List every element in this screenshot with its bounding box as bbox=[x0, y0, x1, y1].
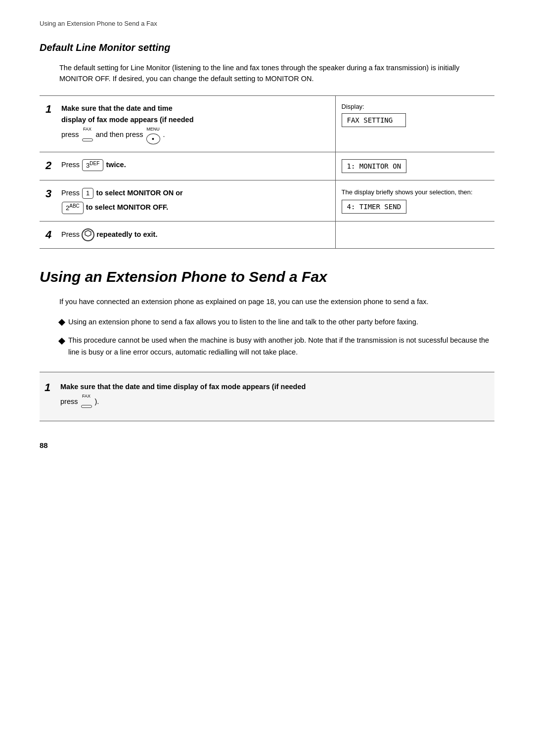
key-2-sub: ABC bbox=[69, 203, 80, 209]
step3-content: Press 1 to select MONITOR ON or 2ABC to … bbox=[61, 187, 329, 214]
menu-key-wrap: MENU • bbox=[146, 126, 160, 145]
table-row: 1 Make sure that the date and time displ… bbox=[40, 95, 494, 152]
step1-press-label: press bbox=[61, 131, 79, 138]
step1-line1: Make sure that the date and time bbox=[61, 104, 173, 112]
page-number: 88 bbox=[40, 441, 494, 449]
key-1-button: 1 bbox=[82, 188, 93, 199]
step3-press1: Press bbox=[61, 189, 80, 197]
fax-key-wrap: FAX bbox=[82, 126, 93, 145]
fax-key-button bbox=[82, 138, 93, 141]
step2-content: Press 3DEF twice. bbox=[61, 159, 329, 172]
step-number-3: 3 bbox=[45, 187, 51, 200]
bottom-suffix: ). bbox=[95, 398, 99, 405]
step-number-1: 1 bbox=[45, 103, 51, 116]
table-row: 1 Make sure that the date and time displ… bbox=[40, 372, 494, 421]
bottom-step1-text: Make sure that the date and time display… bbox=[60, 383, 306, 391]
step3-substep: 2ABC to select MONITOR OFF. bbox=[61, 202, 329, 214]
bullet-diamond-1 bbox=[58, 319, 65, 326]
step3-monitor-on: to select MONITOR ON or bbox=[96, 189, 182, 197]
table-row: 4 Press repeatedly to exit. bbox=[40, 221, 494, 248]
step4-suffix: repeatedly to exit. bbox=[96, 230, 157, 238]
display-box-2: 1: MONITOR ON bbox=[342, 159, 407, 173]
key-3-button: 3DEF bbox=[82, 159, 103, 172]
bottom-press-label: press bbox=[60, 398, 78, 405]
list-item: This procedure cannot be used when the m… bbox=[59, 335, 494, 357]
step2-press-label: Press bbox=[61, 161, 80, 169]
section-title: Default Line Monitor setting bbox=[40, 42, 494, 53]
step1-line2: display of fax mode appears (if needed bbox=[61, 116, 194, 124]
bullet-list: Using an extension phone to send a fax a… bbox=[40, 316, 494, 358]
step1-content: Make sure that the date and time display… bbox=[61, 103, 329, 145]
step4-display bbox=[335, 221, 494, 248]
display-box-3: 4: TIMER SEND bbox=[342, 200, 407, 214]
step1-period: . bbox=[163, 131, 165, 138]
step2-twice: twice. bbox=[106, 161, 126, 169]
step2-display: 1: MONITOR ON bbox=[335, 152, 494, 180]
bullet-text-1: Using an extension phone to send a fax a… bbox=[68, 318, 418, 326]
bottom-step-number-1: 1 bbox=[44, 381, 50, 394]
step4-press: Press bbox=[61, 230, 80, 238]
display-label-1: Display: bbox=[342, 103, 489, 110]
table-row: 2 Press 3DEF twice. 1: MONITOR ON bbox=[40, 152, 494, 180]
section-intro: The default setting for Line Monitor (li… bbox=[40, 62, 494, 85]
step3-monitor-off: to select MONITOR OFF. bbox=[86, 203, 169, 211]
bottom-fax-key-label: FAX bbox=[81, 393, 92, 400]
fax-key-label: FAX bbox=[82, 126, 93, 133]
menu-key-icon: • bbox=[146, 133, 160, 144]
breadcrumb: Using an Extension Phone to Send a Fax bbox=[40, 20, 494, 27]
steps-table: 1 Make sure that the date and time displ… bbox=[40, 95, 494, 249]
step1-display: Display: FAX SETTING bbox=[335, 95, 494, 152]
step1-then-label: and then press bbox=[96, 131, 143, 138]
bullet-diamond-2 bbox=[58, 338, 65, 345]
chapter-intro: If you have connected an extension phone… bbox=[40, 296, 494, 308]
svg-marker-0 bbox=[85, 230, 91, 236]
list-item: Using an extension phone to send a fax a… bbox=[59, 316, 494, 328]
step-number-2: 2 bbox=[45, 159, 51, 172]
key-3-sub: DEF bbox=[89, 161, 99, 166]
step-number-4: 4 bbox=[45, 228, 51, 241]
display-note-3: The display briefly shows your selection… bbox=[342, 187, 489, 197]
display-box-1: FAX SETTING bbox=[342, 113, 406, 127]
bottom-steps-table: 1 Make sure that the date and time displ… bbox=[40, 372, 494, 421]
chapter-title: Using an Extension Phone to Send a Fax bbox=[40, 268, 494, 285]
stop-key-icon bbox=[82, 228, 94, 241]
step3-display: The display briefly shows your selection… bbox=[335, 180, 494, 221]
bottom-step1-content: Make sure that the date and time display… bbox=[60, 381, 490, 412]
table-row: 3 Press 1 to select MONITOR ON or 2ABC t… bbox=[40, 180, 494, 221]
bottom-fax-key-button bbox=[81, 405, 92, 408]
menu-key-label: MENU bbox=[146, 126, 160, 133]
bottom-fax-key-wrap: FAX bbox=[81, 393, 92, 412]
key-2-button: 2ABC bbox=[62, 202, 84, 214]
step4-content: Press repeatedly to exit. bbox=[61, 228, 329, 241]
bullet-text-2: This procedure cannot be used when the m… bbox=[68, 336, 489, 356]
